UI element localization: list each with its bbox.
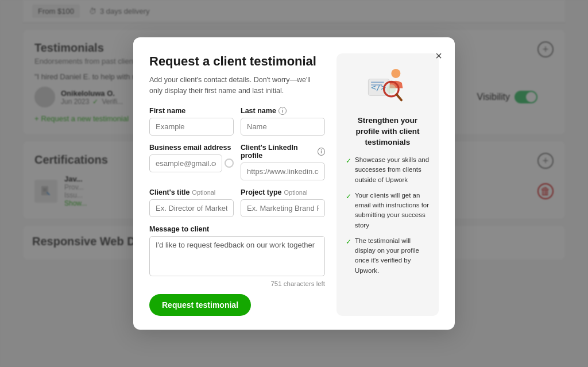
modal-subtitle: Add your client's contact details. Don't… xyxy=(149,75,325,96)
modal-overlay: Request a client testimonial Add your cl… xyxy=(0,0,588,367)
check-icon-1: ✓ xyxy=(346,156,351,185)
close-button[interactable]: × xyxy=(433,48,444,64)
project-type-label: Project type Optional xyxy=(241,188,325,196)
last-name-group: Last name i xyxy=(241,107,325,136)
submit-button[interactable]: Request testimonial xyxy=(149,294,251,316)
first-name-input[interactable] xyxy=(149,118,234,136)
linkedin-group: Client's LinkedIn profile i xyxy=(241,144,325,180)
email-label: Business email address xyxy=(149,144,234,152)
last-name-input[interactable] xyxy=(241,118,325,136)
email-group: Business email address xyxy=(149,144,234,180)
message-textarea[interactable]: I'd like to request feedback on our work… xyxy=(149,236,325,276)
project-type-optional: Optional xyxy=(284,189,308,196)
email-check-icon xyxy=(225,159,234,168)
modal-info-panel: </> Strengthen your profile with client … xyxy=(336,53,439,315)
check-icon-2: ✓ xyxy=(346,191,351,230)
client-title-label: Client's title Optional xyxy=(149,188,234,196)
client-title-optional: Optional xyxy=(192,189,215,196)
modal: Request a client testimonial Add your cl… xyxy=(133,37,455,329)
sidebar-item-3: ✓ The testimonial will display on your p… xyxy=(346,236,430,276)
linkedin-label: Client's LinkedIn profile i xyxy=(241,144,325,160)
first-name-label: First name xyxy=(149,107,234,115)
client-title-input[interactable] xyxy=(149,199,234,217)
modal-form: Request a client testimonial Add your cl… xyxy=(149,53,336,315)
char-count: 751 characters left xyxy=(149,280,325,287)
first-name-group: First name xyxy=(149,107,234,136)
email-input[interactable] xyxy=(149,154,222,172)
linkedin-info-icon[interactable]: i xyxy=(318,148,325,156)
sidebar-heading: Strengthen your profile with client test… xyxy=(346,115,430,148)
last-name-label: Last name i xyxy=(241,107,325,115)
svg-point-7 xyxy=(386,84,396,94)
project-type-group: Project type Optional xyxy=(241,188,325,217)
linkedin-input[interactable] xyxy=(241,163,325,180)
svg-line-8 xyxy=(397,95,401,101)
modal-title: Request a client testimonial xyxy=(149,53,325,70)
last-name-info-icon[interactable]: i xyxy=(278,107,287,115)
svg-point-3 xyxy=(391,69,400,78)
sidebar-item-2: ✓ Your clients will get an email with in… xyxy=(346,191,430,230)
client-title-group: Client's title Optional xyxy=(149,188,234,217)
project-type-input[interactable] xyxy=(241,199,325,217)
message-label: Message to client xyxy=(149,225,325,233)
illustration: </> xyxy=(346,63,430,109)
sidebar-item-1: ✓ Showcase your skills and successes fro… xyxy=(346,155,430,185)
message-group: Message to client I'd like to request fe… xyxy=(149,225,325,287)
check-icon-3: ✓ xyxy=(346,237,351,276)
